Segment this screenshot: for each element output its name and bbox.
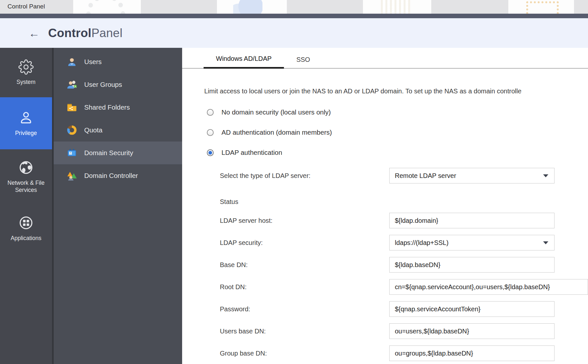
sidebar-primary: System Privilege Network & File Services… [0,48,52,364]
ldap-server-type-row: Select the type of LDAP server: Remote L… [220,168,588,183]
radio-label: LDAP authentication [221,149,282,156]
domain-security-radio-group: No domain security (local users only) AD… [204,107,588,157]
taskbar-active-window-label[interactable]: Control Panel [7,3,45,10]
menu-item-label: Domain Security [84,149,133,157]
background-window-thumbnail-document[interactable] [363,0,431,14]
ldap-server-host-row: LDAP server host: [220,213,588,228]
tab-windows-ad-ldap[interactable]: Windows AD/LDAP [204,50,284,69]
background-window-thumbnail-network[interactable] [217,0,287,14]
network-thumbnail-icon [233,0,262,14]
radio-label: No domain security (local users only) [221,108,331,116]
main-panel: Windows AD/LDAP SSO Limit access to loca… [182,48,588,364]
menu-item-label: Shared Folders [84,103,130,111]
app-header: ← ControlPanel [0,18,588,48]
menu-item-users[interactable]: Users [54,50,182,73]
ldap-security-label: LDAP security: [220,239,389,247]
sidebar-item-label: Applications [11,235,41,242]
sidebar-item-label: System [17,79,35,86]
ldap-security-row: LDAP security: ldaps://(ldap+SSL) [220,235,588,250]
ldap-server-type-value: Remote LDAP server [395,172,456,180]
group-base-dn-row: Group base DN: [220,345,588,361]
quota-donut-icon [66,124,78,136]
ldap-server-type-label: Select the type of LDAP server: [220,172,389,180]
ldap-server-host-label: LDAP server host: [220,217,389,224]
ldap-server-type-select[interactable]: Remote LDAP server [389,168,555,183]
chevron-down-icon [543,174,548,177]
menu-item-shared-folders[interactable]: Shared Folders [54,96,182,119]
radio-selected-icon[interactable] [207,149,214,156]
folder-thumbnail-icon [526,1,559,14]
gear-icon [18,59,34,75]
body: System Privilege Network & File Services… [0,48,588,364]
base-dn-label: Base DN: [220,261,389,269]
radio-ad-authentication[interactable]: AD authentication (domain members) [207,128,588,137]
sidebar-item-applications[interactable]: Applications [0,204,52,253]
ldap-server-host-input[interactable] [389,213,555,228]
radio-label: AD authentication (domain members) [221,128,332,136]
window-title-bar [0,14,588,18]
sidebar-item-network-file-services[interactable]: Network & File Services [0,149,52,204]
radio-unselected-icon[interactable] [207,129,214,136]
status-label: Status [220,198,389,206]
sidebar-item-label: Privilege [15,130,37,137]
root-dn-label: Root DN: [220,283,389,291]
password-label: Password: [220,305,389,313]
menu-item-domain-controller[interactable]: Domain Controller [54,164,182,187]
domain-security-content: Limit access to local users or join the … [182,88,588,361]
users-base-dn-label: Users base DN: [220,328,389,335]
shared-folder-icon [66,101,78,113]
root-dn-input[interactable] [389,279,588,295]
menu-item-quota[interactable]: Quota [54,119,182,142]
taskbar: Control Panel [0,0,588,14]
chevron-down-icon [543,241,548,244]
sidebar-item-system[interactable]: System [0,48,52,97]
menu-item-label: Quota [84,126,102,134]
menu-item-user-groups[interactable]: User Groups [54,73,182,96]
document-thumbnail-icon [381,0,410,14]
domain-security-badge-icon [66,147,78,159]
base-dn-row: Base DN: [220,257,588,273]
password-input[interactable] [389,301,555,317]
sidebar-item-privilege[interactable]: Privilege [0,97,52,149]
page-title-bold: Control [48,26,91,40]
radio-ldap-authentication[interactable]: LDAP authentication [207,148,588,157]
gear-thumbnail-icon [86,0,125,14]
person-icon [18,110,34,126]
tab-bar: Windows AD/LDAP SSO [182,48,588,69]
user-icon [66,56,78,68]
globe-icon [18,159,34,176]
menu-item-label: User Groups [84,81,122,88]
qnap-desktop: Control Panel ← ControlPanel System Priv… [0,0,588,364]
radio-no-domain-security[interactable]: No domain security (local users only) [207,107,588,117]
page-title-light: Panel [91,26,123,40]
background-window-thumbnail-folder[interactable] [508,0,574,14]
status-row: Status [220,197,588,206]
users-base-dn-input[interactable] [389,323,555,339]
menu-item-domain-security[interactable]: Domain Security [54,142,182,164]
menu-item-label: Users [84,58,102,66]
ldap-security-value: ldaps://(ldap+SSL) [395,239,448,247]
sidebar-secondary: Users User Groups Shared Folders Quota [52,48,182,364]
description-text: Limit access to local users or join the … [204,88,588,95]
tab-sso[interactable]: SSO [284,51,322,68]
background-window-thumbnail-gear[interactable] [73,0,141,14]
menu-item-label: Domain Controller [84,172,138,180]
page-title: ControlPanel [48,26,123,40]
group-base-dn-input[interactable] [389,345,555,361]
user-groups-icon [66,79,78,90]
radio-unselected-icon[interactable] [207,109,214,116]
base-dn-input[interactable] [389,257,555,273]
app-grid-icon [18,215,34,231]
group-base-dn-label: Group base DN: [220,350,389,357]
back-arrow-icon[interactable]: ← [29,28,40,39]
users-base-dn-row: Users base DN: [220,323,588,339]
ldap-security-select[interactable]: ldaps://(ldap+SSL) [389,235,555,250]
ldap-settings-form: Select the type of LDAP server: Remote L… [204,168,588,361]
domain-controller-icon [66,170,78,182]
sidebar-item-label: Network & File Services [0,180,52,194]
password-row: Password: [220,301,588,317]
root-dn-row: Root DN: [220,279,588,295]
